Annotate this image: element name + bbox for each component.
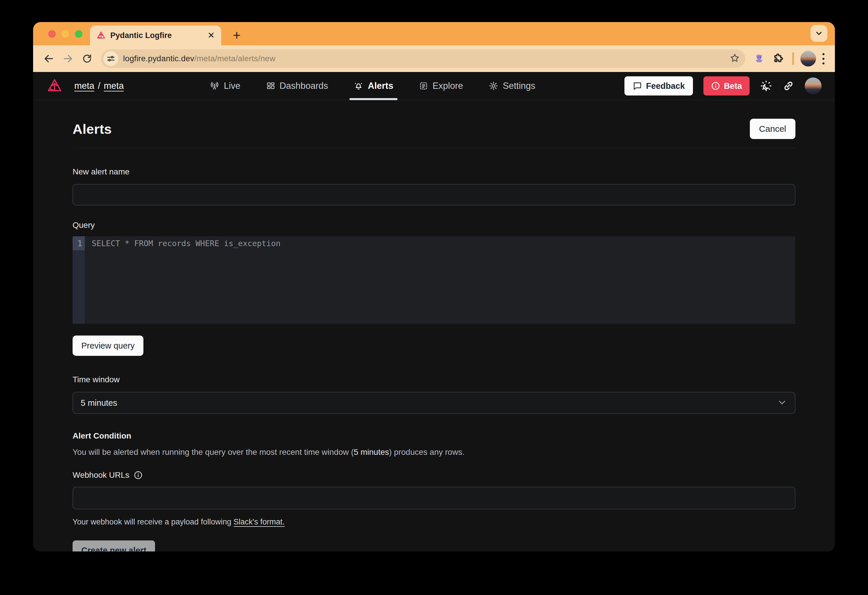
theme-toggle-button[interactable] (760, 80, 772, 92)
reload-button[interactable] (80, 51, 94, 66)
page-title: Alerts (72, 121, 112, 137)
broadcast-icon (210, 81, 220, 91)
condition-text-after: ) produces any rows. (389, 447, 465, 456)
tab-close-icon[interactable]: ✕ (208, 31, 215, 40)
alerts-page: Alerts Cancel New alert name Query 1 SEL… (33, 119, 835, 551)
time-window-value: 5 minutes (81, 398, 117, 408)
explore-icon (419, 81, 428, 90)
webhook-note-text: Your webhook will receive a payload foll… (72, 518, 233, 526)
create-new-alert-button[interactable]: Create new alert (72, 540, 155, 551)
logfire-logo[interactable] (46, 78, 63, 94)
alert-condition-text: You will be alerted when running the que… (72, 446, 796, 458)
new-tab-button[interactable]: + (233, 28, 241, 42)
nav-tab-dashboards[interactable]: Dashboards (266, 72, 328, 100)
url-text: logfire.pydantic.dev/meta/meta/alerts/ne… (123, 54, 276, 63)
browser-tab-strip: Pydantic Logfire ✕ + (33, 22, 835, 45)
extension-cat-icon[interactable] (751, 51, 767, 66)
nav-tabs: Live Dashboards Alerts Explore Settings (210, 72, 535, 100)
time-window-label: Time window (72, 375, 796, 384)
address-bar[interactable]: logfire.pydantic.dev/meta/meta/alerts/ne… (101, 49, 745, 68)
close-window-button[interactable] (48, 30, 56, 38)
slack-format-link[interactable]: Slack's format. (233, 518, 285, 526)
nav-tab-alerts[interactable]: Alerts (354, 72, 393, 100)
line-number: 1 (72, 236, 85, 250)
condition-text-before: You will be alerted when running the que… (72, 447, 354, 456)
app-nav-bar: meta / meta Live Dashboards Alerts (33, 72, 835, 100)
time-window-select[interactable]: 5 minutes (72, 392, 796, 414)
tab-title: Pydantic Logfire (110, 31, 203, 40)
browser-tab[interactable]: Pydantic Logfire ✕ (90, 25, 221, 45)
window-controls (48, 30, 83, 38)
condition-time-window-value: 5 minutes (354, 447, 389, 456)
nav-tab-live[interactable]: Live (210, 72, 241, 100)
page-header: Alerts Cancel (72, 119, 796, 139)
minimize-window-button[interactable] (62, 30, 69, 38)
alert-condition-title: Alert Condition (72, 431, 796, 441)
bell-icon (354, 81, 363, 91)
gear-icon (489, 81, 499, 91)
webhook-urls-label-text: Webhook URLs (72, 471, 130, 480)
logfire-favicon (96, 31, 106, 40)
back-button[interactable] (41, 51, 56, 66)
editor-code-area[interactable]: SELECT * FROM records WHERE is_exception (85, 236, 796, 324)
browser-window: Pydantic Logfire ✕ + logfir (33, 22, 835, 551)
info-circle-icon (711, 81, 720, 90)
chevron-down-icon (815, 29, 823, 38)
user-avatar[interactable] (805, 77, 822, 94)
browser-toolbar: logfire.pydantic.dev/meta/meta/alerts/ne… (33, 45, 835, 72)
info-circle-icon[interactable] (134, 471, 143, 480)
nav-tab-label: Live (224, 81, 241, 91)
query-editor[interactable]: 1 SELECT * FROM records WHERE is_excepti… (72, 236, 796, 324)
new-alert-name-input[interactable] (72, 184, 796, 205)
bookmark-star-icon[interactable] (729, 53, 740, 65)
forward-button[interactable] (61, 51, 75, 66)
beta-label: Beta (724, 81, 742, 91)
beta-badge[interactable]: Beta (703, 76, 750, 96)
site-settings-icon[interactable] (103, 51, 118, 66)
dashboards-icon (266, 81, 275, 90)
speech-bubble-icon (633, 81, 642, 90)
toolbar-separator (792, 52, 794, 65)
breadcrumb-separator: / (98, 81, 100, 91)
nav-tab-label: Dashboards (279, 81, 328, 91)
browser-profile-avatar[interactable] (800, 51, 816, 66)
screenshot: Pydantic Logfire ✕ + logfir (0, 0, 868, 595)
link-icon (782, 80, 794, 92)
breadcrumb-org-link[interactable]: meta (74, 81, 94, 91)
nav-tab-label: Alerts (368, 81, 393, 91)
preview-query-button[interactable]: Preview query (72, 335, 143, 356)
nav-tab-explore[interactable]: Explore (419, 72, 463, 100)
query-code-line: SELECT * FROM records WHERE is_exception (92, 236, 796, 250)
zoom-window-button[interactable] (75, 30, 83, 38)
nav-actions: Feedback Beta (624, 76, 822, 96)
webhook-urls-label: Webhook URLs (72, 471, 796, 480)
new-alert-name-label: New alert name (72, 167, 796, 176)
query-label: Query (72, 221, 796, 230)
feedback-label: Feedback (646, 81, 685, 91)
sun-icon (760, 80, 772, 92)
editor-gutter: 1 (72, 236, 85, 324)
nav-tab-label: Explore (433, 81, 463, 91)
webhook-urls-input[interactable] (72, 487, 796, 509)
share-link-button[interactable] (782, 80, 794, 92)
breadcrumb: meta / meta (74, 81, 124, 91)
url-host: logfire.pydantic.dev (123, 54, 194, 63)
webhook-note: Your webhook will receive a payload foll… (72, 518, 796, 527)
url-path: /meta/meta/alerts/new (194, 54, 276, 63)
tab-search-button[interactable] (810, 25, 827, 42)
nav-tab-label: Settings (503, 81, 535, 91)
cancel-button[interactable]: Cancel (750, 119, 796, 139)
feedback-button[interactable]: Feedback (624, 76, 693, 96)
breadcrumb-project-link[interactable]: meta (104, 81, 124, 91)
chevron-down-icon (777, 397, 787, 409)
extensions-puzzle-icon[interactable] (771, 51, 786, 66)
browser-menu-icon[interactable] (820, 53, 827, 65)
nav-tab-settings[interactable]: Settings (489, 72, 535, 100)
